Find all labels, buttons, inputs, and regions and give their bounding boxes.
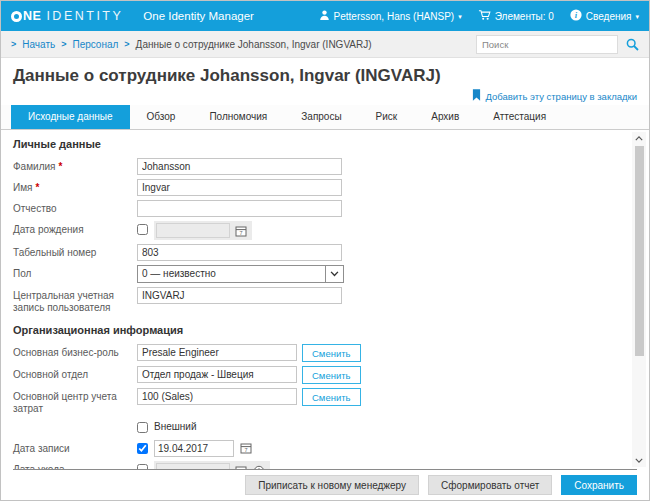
field-label: Отчество [13,200,137,215]
form-row: Имя* [13,179,619,196]
tab-entitlements[interactable]: Полномочия [192,105,284,129]
form-row: Основной центр учета затрат Сменить [13,388,619,415]
form-row: Центральная учетная запись пользователя [13,287,619,314]
breadcrumb-separator: > [11,39,16,49]
field-label: Основной отдел [13,366,137,381]
topbar-menu: Pettersson, Hans (HANSP) ▾ Элементы: 0 i… [319,9,639,23]
cost-center-input[interactable] [137,388,297,405]
external-checkbox-label: Внешний [154,419,196,432]
entry-date-checkbox[interactable] [137,443,148,454]
field-label: Имя* [13,179,137,194]
clock-icon[interactable] [251,463,266,469]
breadcrumb-current: Данные о сотруднике Johansson, Ingvar (I… [136,39,372,50]
tab-attestation[interactable]: Аттестация [476,105,563,129]
central-account-input[interactable] [137,287,342,304]
breadcrumb-link-home[interactable]: Начать [22,39,55,50]
leaving-date-input[interactable] [156,463,230,469]
form-row: Основная бизнес-роль Сменить [13,344,619,362]
form-row: Основной отдел Сменить [13,366,619,384]
birthdate-checkbox[interactable] [137,224,148,235]
required-marker: * [35,182,39,193]
tab-master-data[interactable]: Исходные данные [11,105,130,129]
save-button[interactable]: Сохранить [561,475,637,495]
breadcrumb-separator: > [124,39,129,49]
external-checkbox[interactable] [137,422,148,433]
tab-history[interactable]: Архив [414,105,476,129]
calendar-icon[interactable]: 7 [233,223,248,238]
search-input[interactable] [476,35,618,54]
form-row: Табельный номер [13,244,619,261]
cart-menu-label: Элементы: 0 [495,11,554,22]
breadcrumb-link-personnel[interactable]: Персонал [72,39,118,50]
entry-date-input[interactable] [154,440,234,457]
form-row: Дата записи 7 [13,440,619,457]
field-label: Дата рождения [13,221,137,236]
info-menu[interactable]: i Сведения ▾ [570,9,639,23]
birthdate-field-group: 7 [154,221,252,240]
tab-risk[interactable]: Риск [359,105,415,129]
field-label: Табельный номер [13,244,137,259]
breadcrumb: > Начать > Персонал > Данные о сотрудник… [1,31,649,58]
bookmark-icon [472,89,481,103]
scrollbar [632,132,646,467]
cart-menu[interactable]: Элементы: 0 [478,9,554,23]
department-input[interactable] [137,366,297,383]
field-label: Центральная учетная запись пользователя [13,287,137,314]
business-role-change-button[interactable]: Сменить [302,344,361,362]
one-identity-logo: NE IDENTITY One Identity Manager [11,9,254,23]
scrollbar-down-button[interactable] [632,454,646,467]
chevron-down-icon: ▾ [458,13,462,20]
logo-text-one: NE [23,9,41,23]
cart-icon [478,9,491,23]
calendar-icon[interactable]: 7 [238,440,253,455]
section-personal-data: Личные данные [13,138,619,150]
chevron-down-icon: ▾ [635,13,639,20]
person-icon [319,9,330,23]
app-title: One Identity Manager [143,10,254,22]
breadcrumb-separator: > [61,39,66,49]
assign-manager-button[interactable]: Приписать к новому менеджеру [245,475,419,495]
scrollbar-up-button[interactable] [632,132,646,145]
search-icon[interactable] [626,38,639,51]
business-role-input[interactable] [137,344,297,361]
field-label: Дата ухода [13,461,137,469]
bookmark-link[interactable]: Добавить эту страницу в закладки [13,89,637,103]
gender-select-value: 0 — неизвестно [138,266,325,282]
svg-text:7: 7 [244,447,247,453]
logo-text-identity: IDENTITY [46,9,123,23]
middlename-input[interactable] [137,200,342,217]
form-row: Дата ухода 7 [13,461,619,469]
form-row: Дата рождения 7 [13,221,619,240]
leaving-date-checkbox[interactable] [137,464,148,469]
user-menu-label: Pettersson, Hans (HANSP) [334,11,455,22]
user-menu[interactable]: Pettersson, Hans (HANSP) ▾ [319,9,462,23]
personnel-number-input[interactable] [137,244,342,261]
info-menu-label: Сведения [586,11,632,22]
form-content: Личные данные Фамилия* Имя* Отчество Дат… [1,130,649,469]
tab-overview[interactable]: Обзор [130,105,193,129]
field-label: Основная бизнес-роль [13,344,137,359]
app-window: NE IDENTITY One Identity Manager Petters… [0,0,650,501]
birthdate-input[interactable] [156,223,230,238]
tab-requests[interactable]: Запросы [284,105,358,129]
page-title: Данные о сотруднике Johansson, Ingvar (I… [13,66,637,86]
action-bar: Приписать к новому менеджеру Сформироват… [13,469,637,500]
required-marker: * [58,161,62,172]
scrollbar-thumb[interactable] [635,146,644,356]
gender-select[interactable]: 0 — неизвестно [137,265,344,283]
generate-report-button[interactable]: Сформировать отчет [428,475,552,495]
field-label: Пол [13,265,137,280]
field-label: Дата записи [13,440,137,455]
scrollbar-track[interactable] [635,145,644,454]
cost-center-change-button[interactable]: Сменить [302,388,361,406]
department-change-button[interactable]: Сменить [302,366,361,384]
field-label [13,419,137,422]
form-row: Пол 0 — неизвестно [13,265,619,283]
form-row: Внешний [13,419,619,436]
logo-o-icon [11,11,22,22]
calendar-icon[interactable]: 7 [233,463,248,469]
lastname-input[interactable] [137,158,342,175]
leaving-date-field-group: 7 [154,461,270,469]
field-label: Фамилия* [13,158,137,173]
firstname-input[interactable] [137,179,342,196]
